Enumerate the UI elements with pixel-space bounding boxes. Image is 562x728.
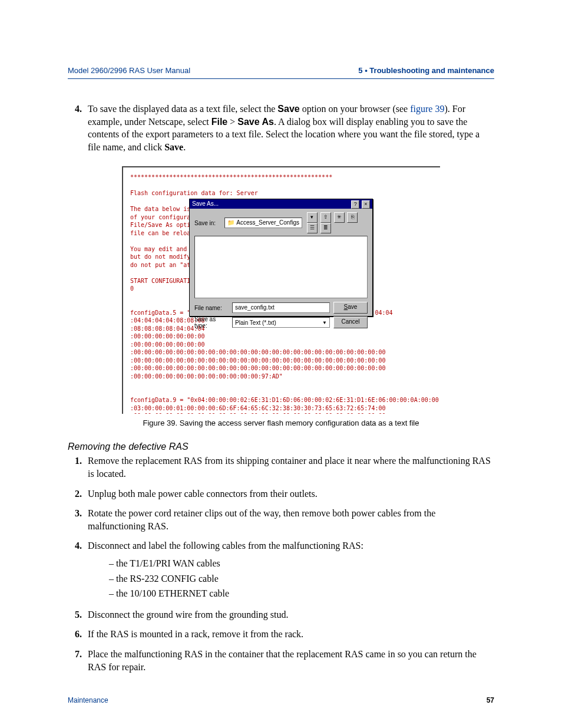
screenshot: ****************************************… <box>122 166 440 414</box>
header-right: 5 • Troubleshooting and maintenance <box>358 66 494 75</box>
save-bold-2: Save <box>164 142 183 152</box>
filename-row: File name: save_config.txt Save <box>194 302 368 314</box>
header-rule <box>68 78 494 79</box>
page-header: Model 2960/2996 RAS User Manual 5 • Trou… <box>68 66 494 75</box>
dialog-titlebar: Save As... ? × <box>190 199 372 209</box>
removing-list: Remove the replacement RAS from its ship… <box>68 454 494 673</box>
section-heading-removing: Removing the defective RAS <box>68 442 494 452</box>
new-folder-icon[interactable]: ✳ <box>334 212 345 223</box>
titlebar-buttons: ? × <box>351 199 370 209</box>
figure-39: ****************************************… <box>122 166 440 427</box>
close-button[interactable]: × <box>362 200 370 209</box>
removing-item-6: If the RAS is mounted in a rack, remove … <box>84 628 494 641</box>
cable-item-1: the T1/E1/PRI WAN cables <box>109 556 494 571</box>
dropdown-icon[interactable]: ▾ <box>307 212 318 223</box>
cancel-button[interactable]: Cancel <box>333 317 368 328</box>
savein-field[interactable]: 📁 Access_Server_Configs <box>224 218 302 228</box>
text: option on your browser (see <box>300 104 411 114</box>
toolbar-buttons: ▾ ⇧ ✳ ⎘ ☰ ≣ <box>306 212 368 233</box>
save-as-dialog: Save As... ? × Save in: 📁 Access_Server_… <box>189 199 373 317</box>
saveastype-value: Plain Text (*.txt) <box>235 319 276 326</box>
figure-caption: Figure 39. Saving the access server flas… <box>122 419 440 427</box>
filename-input[interactable]: save_config.txt <box>232 302 330 313</box>
intro-item-4: To save the displayed data as a text fil… <box>84 103 494 153</box>
list-icon[interactable]: ☰ <box>307 223 318 233</box>
up-icon[interactable]: ⇧ <box>320 212 331 223</box>
removing-item-7: Place the malfunctioning RAS in the cont… <box>84 648 494 673</box>
savein-value: Access_Server_Configs <box>236 219 299 227</box>
file-bold: File <box>211 117 228 127</box>
removing-item-5: Disconnect the ground wire from the grou… <box>84 608 494 621</box>
dialog-body: Save in: 📁 Access_Server_Configs ▾ ⇧ ✳ ⎘… <box>190 209 372 335</box>
page: Model 2960/2996 RAS User Manual 5 • Trou… <box>0 0 562 728</box>
savein-row: Save in: 📁 Access_Server_Configs ▾ ⇧ ✳ ⎘… <box>194 212 368 233</box>
chevron-down-icon: ▼ <box>322 320 327 325</box>
figure-link[interactable]: figure 39 <box>410 104 444 114</box>
cable-item-3: the 10/100 ETHERNET cable <box>109 586 494 601</box>
text: To save the displayed data as a text fil… <box>88 104 277 114</box>
text: Disconnect and label the following cable… <box>88 541 363 551</box>
footer-left: Maintenance <box>68 696 108 704</box>
saveastype-label: Save as type: <box>194 316 229 329</box>
footer-right: 57 <box>487 696 494 704</box>
save-bold: Save <box>277 104 299 114</box>
removing-item-2: Unplug both male power cable connectors … <box>84 487 494 500</box>
removing-item-3: Rotate the power cord retainer clips out… <box>84 507 494 532</box>
text: . <box>183 142 186 152</box>
file-area[interactable] <box>194 236 368 298</box>
saveastype-row: Save as type: Plain Text (*.txt) ▼ Cance… <box>194 316 368 329</box>
saveastype-select[interactable]: Plain Text (*.txt) ▼ <box>232 317 330 328</box>
details-icon[interactable]: ≣ <box>320 223 331 233</box>
saveas-bold: Save As <box>237 117 274 127</box>
removing-item-4: Disconnect and label the following cable… <box>84 539 494 601</box>
removing-item-1: Remove the replacement RAS from its ship… <box>84 454 494 480</box>
cable-item-2: the RS-232 CONFIG cable <box>109 571 494 587</box>
dialog-title: Save As... <box>192 199 219 209</box>
folder-icon: 📁 <box>227 219 234 227</box>
page-footer: Maintenance 57 <box>68 696 494 704</box>
save-button[interactable]: Save <box>333 302 368 314</box>
cable-sublist: the T1/E1/PRI WAN cables the RS-232 CONF… <box>88 556 494 601</box>
intro-list: To save the displayed data as a text fil… <box>68 103 494 153</box>
view-icon[interactable]: ⎘ <box>347 212 358 223</box>
filename-label: File name: <box>194 305 229 311</box>
header-left: Model 2960/2996 RAS User Manual <box>68 66 190 75</box>
text: > <box>227 117 237 127</box>
savein-label: Save in: <box>194 220 221 226</box>
help-button[interactable]: ? <box>351 200 359 209</box>
